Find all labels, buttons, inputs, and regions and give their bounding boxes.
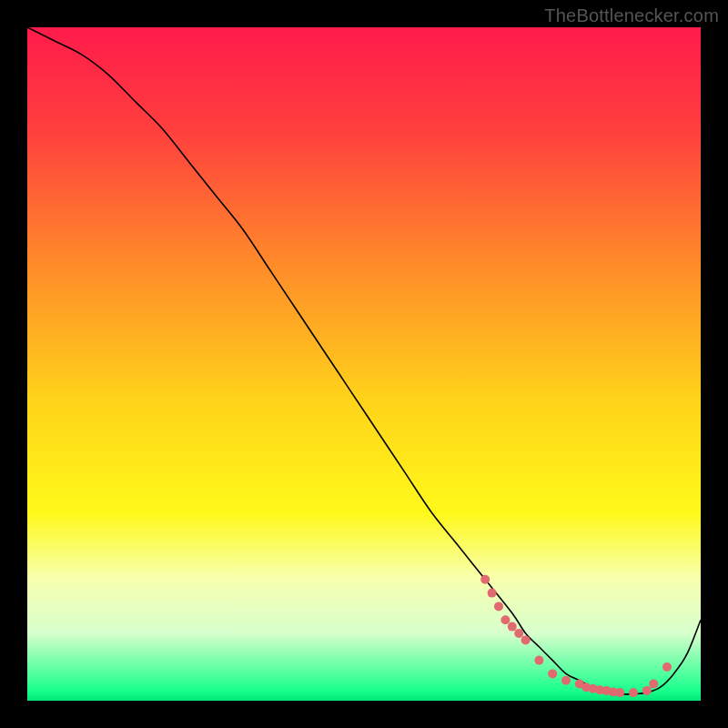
plot-area: [27, 27, 701, 701]
highlight-point: [615, 688, 624, 697]
highlight-point: [500, 615, 510, 624]
highlight-point: [514, 629, 523, 638]
highlight-point: [534, 656, 543, 665]
watermark-text: TheBottlenecker.com: [544, 5, 719, 26]
highlight-point: [629, 688, 638, 697]
highlight-point: [494, 602, 503, 611]
bottleneck-curve: [27, 27, 701, 694]
highlight-point: [508, 622, 517, 632]
highlight-point: [649, 680, 658, 689]
highlight-point: [548, 669, 557, 678]
highlight-point: [561, 676, 571, 685]
highlight-point: [521, 635, 531, 644]
highlight-point: [480, 575, 490, 584]
highlight-point: [662, 662, 672, 672]
chart-frame: TheBottlenecker.com: [0, 0, 728, 728]
curve-layer: [27, 27, 701, 701]
highlight-point: [642, 686, 652, 695]
highlight-point: [488, 589, 497, 598]
